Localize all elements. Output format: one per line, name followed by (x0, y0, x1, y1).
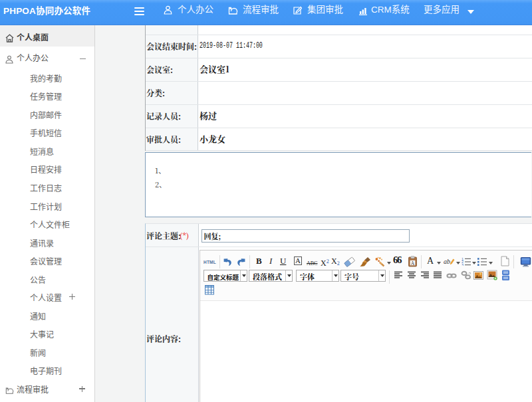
svg-text:3: 3 (462, 263, 464, 266)
svg-text:A: A (411, 260, 415, 266)
svg-text:ab: ab (444, 258, 450, 265)
